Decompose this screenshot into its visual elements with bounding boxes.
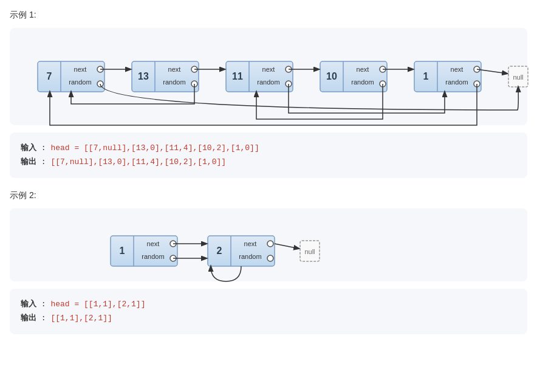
example2-input-value: head = [[1,1],[2,1]] <box>50 300 145 309</box>
svg-text:next: next <box>357 66 369 73</box>
svg-text:random: random <box>445 78 468 86</box>
svg-text:next: next <box>147 240 160 247</box>
svg-text:1: 1 <box>120 246 125 256</box>
example2-input-label: 输入 <box>21 300 36 309</box>
example2-code: 输入 : head = [[1,1],[2,1]] 输出 : [[1,1],[2… <box>10 289 527 334</box>
svg-text:next: next <box>168 66 181 73</box>
example2-diagram: 1 next random 2 next random null <box>10 208 527 281</box>
svg-text:null: null <box>513 74 523 81</box>
svg-text:random: random <box>163 78 185 86</box>
example2-svg: 1 next random 2 next random null <box>19 221 323 287</box>
example1-input-label: 输入 <box>21 143 36 153</box>
example2-section: 示例 2: 1 next random 2 next random <box>10 190 527 334</box>
svg-line-59 <box>275 244 299 249</box>
example1-output-value: [[7,null],[13,0],[11,4],[10,2],[1,0]] <box>50 157 226 167</box>
svg-text:7: 7 <box>47 71 52 81</box>
example2-output-line: 输出 : [[1,1],[2,1]] <box>21 311 516 325</box>
svg-text:10: 10 <box>326 71 337 81</box>
svg-text:1: 1 <box>423 71 429 81</box>
svg-point-55 <box>267 255 273 261</box>
example1-output-line: 输出 : [[7,null],[13,0],[11,4],[10,2],[1,0… <box>21 155 516 169</box>
svg-text:13: 13 <box>138 71 149 81</box>
svg-text:random: random <box>257 78 279 86</box>
example2-output-label: 输出 <box>21 314 36 323</box>
svg-text:null: null <box>304 248 315 255</box>
svg-text:next: next <box>74 66 87 73</box>
svg-text:random: random <box>142 253 164 260</box>
example1-code: 输入 : head = [[7,null],[13,0],[11,4],[10,… <box>10 132 527 178</box>
example1-label: 示例 1: <box>10 10 527 21</box>
svg-text:random: random <box>239 253 261 260</box>
example1-output-label: 输出 <box>21 157 36 167</box>
example1-svg: 7 next random 13 next random 11 <box>19 40 530 128</box>
svg-point-54 <box>267 241 273 247</box>
example1-input-value: head = [[7,null],[13,0],[11,4],[10,2],[1… <box>50 143 259 153</box>
svg-text:next: next <box>451 66 463 73</box>
svg-text:random: random <box>351 78 374 86</box>
svg-text:next: next <box>262 66 275 73</box>
example2-label: 示例 2: <box>10 190 527 201</box>
example1-section: 示例 1: 7 next random 13 next random <box>10 10 527 178</box>
svg-text:2: 2 <box>217 246 222 256</box>
example2-output-value: [[1,1],[2,1]] <box>50 314 112 323</box>
example1-input-line: 输入 : head = [[7,null],[13,0],[11,4],[10,… <box>21 141 516 155</box>
svg-text:random: random <box>69 78 91 86</box>
example1-diagram: 7 next random 13 next random 11 <box>10 28 527 125</box>
svg-text:11: 11 <box>232 71 243 81</box>
svg-text:next: next <box>244 240 257 247</box>
example2-input-line: 输入 : head = [[1,1],[2,1]] <box>21 297 516 311</box>
